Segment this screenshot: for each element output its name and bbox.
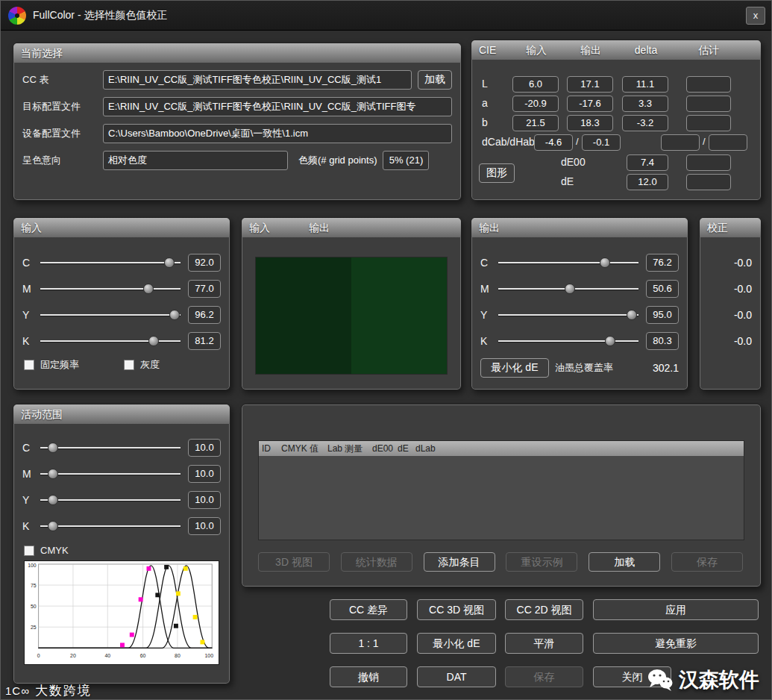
rendering-intent-select[interactable]: 相对色度 [103, 151, 288, 170]
add-entry-button[interactable]: 添加条目 [424, 552, 495, 572]
x-tick: 60 [140, 653, 146, 658]
preview-header: 输入 输出 [242, 218, 461, 237]
apply-button[interactable]: 应用 [593, 599, 759, 620]
input-m-slider[interactable] [40, 283, 181, 295]
range-m-slider[interactable] [40, 468, 181, 480]
dhab-input-box: -0.1 [582, 134, 621, 151]
slider-track [498, 340, 638, 342]
one-to-one-button[interactable]: 1 : 1 [330, 633, 407, 654]
input-c-slider[interactable] [40, 257, 181, 269]
statistics-button[interactable]: 统计数据 [341, 552, 412, 572]
slider-track [40, 499, 181, 501]
cie-row-L: L 6.0 17.1 11.1 [471, 76, 761, 94]
input-c-value[interactable]: 92.0 [188, 254, 221, 272]
output-c-value[interactable]: 76.2 [646, 254, 679, 272]
input-k-value[interactable]: 81.2 [188, 332, 221, 350]
output-c-slider[interactable] [498, 257, 638, 269]
load-cc-button[interactable]: 加载 [418, 70, 452, 90]
save-samples-button[interactable]: 保存 [671, 552, 743, 572]
grayscale-checkbox[interactable] [124, 360, 134, 370]
output-m-value[interactable]: 50.6 [646, 280, 679, 298]
dat-button[interactable]: DAT [417, 666, 496, 687]
range-k-slider[interactable] [40, 520, 181, 532]
cie-L-input: 6.0 [512, 76, 559, 93]
grayscale-label: 灰度 [140, 358, 160, 372]
output-y-slider[interactable] [498, 309, 638, 321]
smooth-button[interactable]: 平滑 [505, 633, 583, 654]
minimize-de-button[interactable]: 最小化 dE [480, 358, 549, 378]
slider-thumb[interactable] [48, 521, 58, 531]
preview-group: 输入 输出 [241, 217, 462, 390]
grid-points-field[interactable]: 5% (21) [383, 151, 429, 170]
load-samples-button[interactable]: 加载 [589, 552, 660, 572]
marker-magenta [130, 633, 134, 637]
current-selection-group: 当前选择 CC 表 E:\RIIN_UV_CC版_测试TIFF图专色校正\RII… [13, 43, 462, 201]
table-button-row: 3D 视图 统计数据 添加条目 重设示例 加载 保存 [258, 552, 743, 572]
cc-3d-view-button[interactable]: CC 3D 视图 [417, 599, 496, 620]
samples-table[interactable]: ID CMYK 值 Lab 测量 dE00 dE dLab [258, 440, 744, 540]
output-k-value[interactable]: 80.3 [646, 332, 679, 350]
slider-thumb[interactable] [148, 336, 159, 346]
output-m-slider[interactable] [498, 283, 638, 295]
input-c-row: C 92.0 [13, 249, 230, 275]
avoid-ghosting-button[interactable]: 避免重影 [593, 633, 759, 654]
input-k-slider[interactable] [40, 335, 181, 347]
cie-a-input: -20.9 [512, 96, 559, 112]
close-button[interactable]: x [746, 7, 765, 25]
cmyk-checkbox[interactable] [24, 546, 34, 556]
slider-thumb[interactable] [627, 310, 637, 320]
range-c-row: C 10.0 [13, 434, 230, 460]
slider-thumb[interactable] [600, 257, 610, 268]
input-y-value[interactable]: 96.2 [188, 306, 221, 324]
slider-thumb[interactable] [48, 443, 58, 453]
minimize-de-action-button[interactable]: 最小化 dE [417, 633, 496, 654]
range-c-slider[interactable] [40, 442, 181, 454]
cie-col-est: 估计 [686, 40, 731, 60]
marker-black [155, 593, 160, 597]
slider-thumb[interactable] [48, 495, 58, 505]
input-y-slider[interactable] [40, 309, 181, 321]
output-y-value[interactable]: 95.0 [646, 306, 679, 324]
slider-thumb[interactable] [169, 310, 180, 320]
watermark-left: 1C∞ 大数跨境 [5, 682, 92, 699]
slider-track [40, 473, 181, 475]
cie-col-delta: delta [622, 40, 670, 60]
slider-thumb[interactable] [143, 284, 154, 294]
cie-row-b: b 21.5 18.3 -3.2 [471, 115, 761, 133]
cc-diff-button[interactable]: CC 差异 [330, 599, 407, 620]
current-selection-header: 当前选择 [13, 43, 461, 63]
target-profile-field[interactable]: E:\RIIN_UV_CC版_测试TIFF图专色校正\RIIN_UV_CC版_测… [103, 97, 452, 116]
slider-thumb[interactable] [605, 336, 615, 346]
slider-thumb[interactable] [565, 284, 575, 294]
range-k-value[interactable]: 10.0 [188, 517, 221, 535]
view-3d-button[interactable]: 3D 视图 [258, 552, 330, 572]
save-button[interactable]: 保存 [505, 666, 583, 687]
output-k-slider[interactable] [498, 335, 638, 347]
output-m-row: M 50.6 [471, 275, 688, 301]
slider-track [40, 525, 181, 527]
de00-label: dE00 [561, 156, 586, 168]
slider-thumb[interactable] [164, 257, 175, 268]
y-tick: 100 [28, 563, 37, 568]
output-group-header: 输出 [471, 218, 688, 237]
fixed-frequency-label: 固定频率 [40, 358, 79, 372]
range-c-value[interactable]: 10.0 [188, 439, 221, 457]
reset-sample-button[interactable]: 重设示例 [506, 552, 577, 572]
cc-2d-view-button[interactable]: CC 2D 视图 [505, 599, 583, 620]
slider-thumb[interactable] [48, 469, 58, 479]
range-y-value[interactable]: 10.0 [188, 491, 221, 509]
cie-row-label: L [482, 78, 488, 90]
grid-points-label: 色频(# grid points) [298, 154, 377, 167]
cc-table-field[interactable]: E:\RIIN_UV_CC版_测试TIFF图专色校正\RIIN_UV_CC版_测… [103, 70, 412, 90]
device-profile-field[interactable]: C:\Users\Bamboo\OneDrive\桌面\一致性\1.icm [103, 124, 452, 143]
fixed-frequency-checkbox[interactable] [24, 360, 34, 370]
device-profile-row: 设备配置文件 C:\Users\Bamboo\OneDrive\桌面\一致性\1… [13, 124, 461, 143]
range-k-row: K 10.0 [13, 513, 230, 539]
marker-yellow [183, 566, 188, 571]
input-m-value[interactable]: 77.0 [188, 280, 221, 298]
marker-yellow [176, 591, 181, 596]
undo-button[interactable]: 撤销 [330, 666, 407, 687]
range-y-slider[interactable] [40, 494, 181, 506]
range-m-value[interactable]: 10.0 [188, 465, 221, 483]
cie-header: CIE 输入 输出 delta 估计 [471, 40, 761, 60]
